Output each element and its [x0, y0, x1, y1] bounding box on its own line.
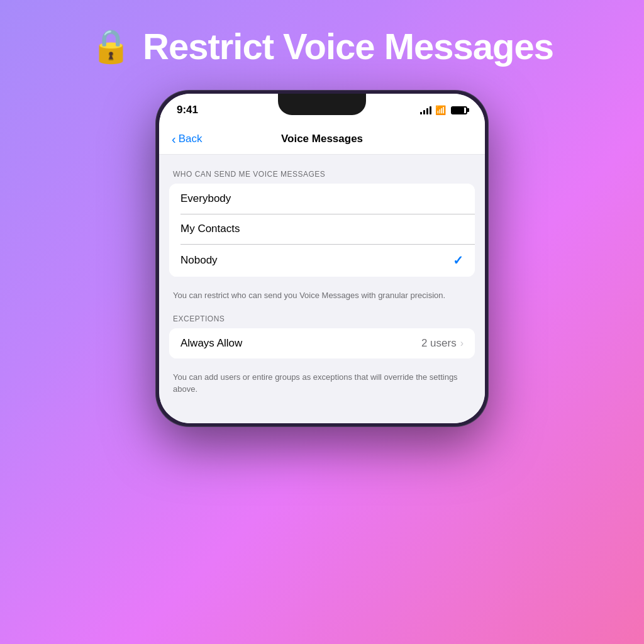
section-label-who: WHO CAN SEND ME VOICE MESSAGES [169, 170, 475, 179]
chevron-right-icon: › [460, 338, 464, 349]
section-label-exceptions: EXCEPTIONS [169, 314, 475, 323]
page-title: Restrict Voice Messages [143, 25, 553, 67]
list-item-nobody[interactable]: Nobody ✓ [169, 244, 475, 277]
phone-screen: 9:41 📶 ‹ Back Voice Messages [159, 94, 485, 423]
who-can-send-list: Everybody My Contacts Nobody ✓ [169, 184, 475, 277]
phone-mockup: 9:41 📶 ‹ Back Voice Messages [155, 90, 489, 427]
back-button[interactable]: ‹ Back [172, 133, 202, 145]
always-allow-count: 2 users [421, 337, 457, 350]
status-bar: 9:41 📶 [159, 94, 485, 126]
nav-title: Voice Messages [281, 133, 363, 145]
status-icons: 📶 [420, 105, 467, 115]
battery-icon [451, 106, 467, 114]
everybody-label: Everybody [180, 192, 231, 205]
settings-content: WHO CAN SEND ME VOICE MESSAGES Everybody… [159, 155, 485, 423]
list-item-everybody[interactable]: Everybody [169, 184, 475, 214]
selected-checkmark: ✓ [453, 253, 464, 268]
section-footer-exceptions: You can add users or entire groups as ex… [169, 366, 475, 408]
chevron-left-icon: ‹ [172, 133, 176, 145]
section-footer-who: You can restrict who can send you Voice … [169, 284, 475, 314]
signal-icon [420, 106, 431, 114]
page-title-row: 🔒 Restrict Voice Messages [91, 25, 553, 67]
always-allow-right: 2 users › [421, 337, 464, 350]
wifi-icon: 📶 [435, 105, 446, 115]
status-time: 9:41 [177, 104, 198, 116]
always-allow-label: Always Allow [180, 337, 242, 350]
nobody-label: Nobody [180, 254, 218, 267]
my-contacts-label: My Contacts [180, 223, 240, 235]
lock-icon: 🔒 [91, 27, 131, 65]
list-item-always-allow[interactable]: Always Allow 2 users › [169, 328, 475, 358]
nav-bar: ‹ Back Voice Messages [159, 126, 485, 155]
exceptions-list: Always Allow 2 users › [169, 328, 475, 358]
list-item-my-contacts[interactable]: My Contacts [169, 214, 475, 244]
back-label[interactable]: Back [179, 133, 203, 145]
notch [278, 94, 366, 115]
